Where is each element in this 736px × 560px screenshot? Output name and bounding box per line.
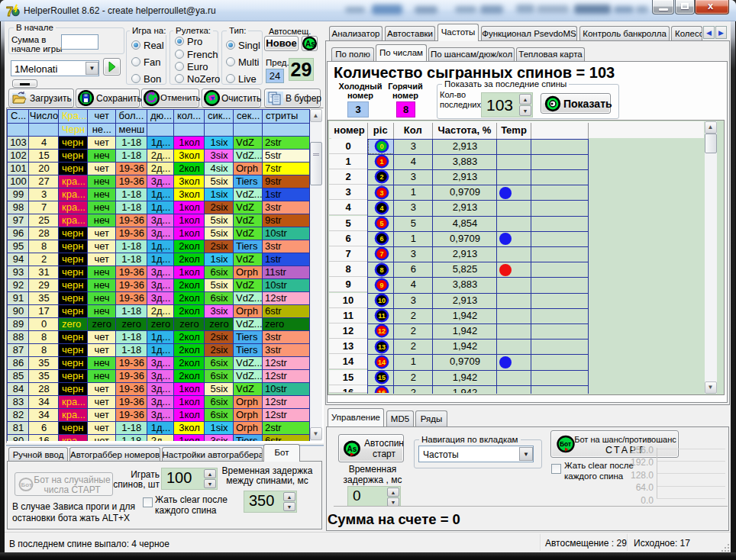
svg-text:16: 16 <box>378 389 386 394</box>
svg-text:Бот: Бот <box>21 481 32 488</box>
svg-text:12: 12 <box>378 327 386 335</box>
svg-text:8: 8 <box>379 266 383 273</box>
svg-text:6: 6 <box>379 235 383 243</box>
svg-text:15: 15 <box>378 374 386 381</box>
svg-text:9: 9 <box>379 281 383 288</box>
svg-text:10: 10 <box>378 297 386 304</box>
svg-text:0: 0 <box>379 143 383 150</box>
svg-text:11: 11 <box>378 312 386 320</box>
svg-text:Бот: Бот <box>560 440 571 448</box>
svg-text:7: 7 <box>379 250 383 258</box>
svg-text:13: 13 <box>378 343 386 350</box>
svg-text:3: 3 <box>379 188 383 196</box>
svg-text:As: As <box>347 445 357 453</box>
svg-text:1: 1 <box>379 158 383 166</box>
svg-text:As: As <box>305 40 315 48</box>
svg-text:2: 2 <box>379 173 383 181</box>
svg-text:14: 14 <box>378 358 386 365</box>
svg-text:5: 5 <box>379 220 383 227</box>
svg-text:4: 4 <box>379 204 383 211</box>
